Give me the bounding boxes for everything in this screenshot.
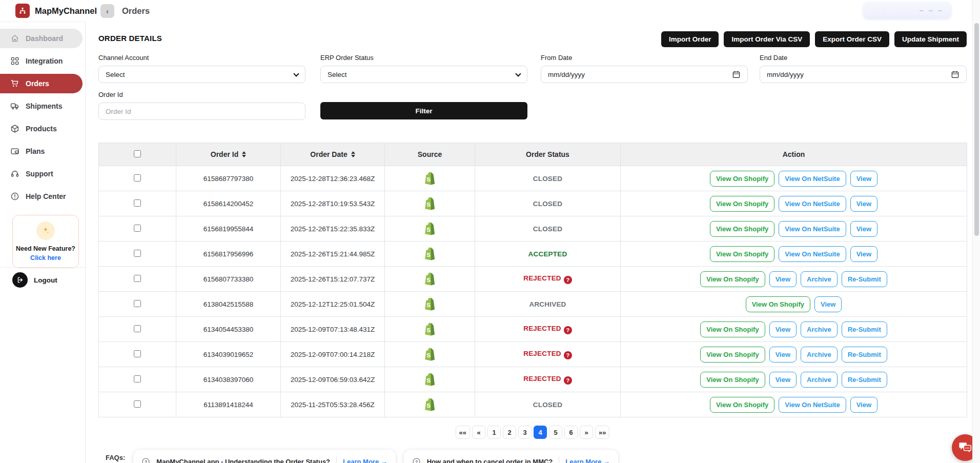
view-on-shopify-button[interactable]: View On Shopify: [700, 271, 765, 287]
update-shipment-button[interactable]: Update Shipment: [894, 31, 967, 47]
filter-button[interactable]: Filter: [320, 102, 527, 119]
learn-more-link[interactable]: Learn More →: [343, 458, 387, 463]
view-button[interactable]: View: [769, 271, 797, 287]
sidebar-item-support[interactable]: Support: [0, 164, 83, 184]
pagination: «««123456»»»: [98, 426, 967, 439]
user-account-widget-blurred[interactable]: [863, 2, 951, 19]
view-button[interactable]: View: [850, 246, 877, 262]
first-page-button[interactable]: ««: [456, 426, 470, 439]
view-on-shopify-button[interactable]: View On Shopify: [710, 246, 774, 262]
view-on-shopify-button[interactable]: View On Shopify: [700, 347, 765, 363]
archive-button[interactable]: Archive: [801, 347, 838, 363]
view-button[interactable]: View: [769, 372, 797, 388]
row-actions: View On ShopifyView On NetSuiteView: [621, 196, 967, 212]
row-checkbox[interactable]: [134, 275, 141, 282]
row-checkbox[interactable]: [134, 225, 141, 232]
calendar-icon[interactable]: [732, 70, 741, 79]
vertical-scrollbar[interactable]: [972, 0, 980, 463]
rejected-help-icon[interactable]: ?: [564, 276, 572, 284]
re-submit-button[interactable]: Re-Submit: [842, 321, 887, 337]
row-checkbox[interactable]: [134, 325, 141, 332]
view-on-netsuite-button[interactable]: View On NetSuite: [779, 171, 846, 187]
re-submit-button[interactable]: Re-Submit: [842, 372, 887, 388]
row-checkbox[interactable]: [134, 250, 141, 257]
view-button[interactable]: View: [769, 347, 797, 363]
last-page-button[interactable]: »»: [595, 426, 609, 439]
view-on-shopify-button[interactable]: View On Shopify: [710, 171, 774, 187]
sort-icon[interactable]: [242, 151, 246, 157]
view-on-netsuite-button[interactable]: View On NetSuite: [779, 246, 846, 262]
view-button[interactable]: View: [850, 397, 877, 413]
order-id-cell: 6134038397060: [176, 367, 281, 392]
rejected-help-icon[interactable]: ?: [564, 326, 572, 334]
channel-account-select[interactable]: Select: [98, 66, 305, 83]
row-checkbox[interactable]: [134, 400, 141, 408]
rejected-help-icon[interactable]: ?: [564, 376, 572, 385]
archive-button[interactable]: Archive: [801, 321, 838, 337]
column-header-order-id[interactable]: Order Id: [176, 143, 281, 166]
column-header-action: Action: [621, 143, 967, 166]
view-button[interactable]: View: [850, 196, 877, 212]
learn-more-link[interactable]: Learn More →: [565, 458, 610, 463]
channel-account-label: Channel Account: [98, 54, 305, 62]
view-on-shopify-button[interactable]: View On Shopify: [700, 372, 765, 388]
row-checkbox[interactable]: [134, 300, 141, 307]
sidebar-item-dashboard[interactable]: Dashboard: [0, 29, 83, 48]
archive-button[interactable]: Archive: [801, 271, 838, 287]
view-on-shopify-button[interactable]: View On Shopify: [710, 221, 774, 237]
row-checkbox[interactable]: [134, 199, 141, 207]
view-on-netsuite-button[interactable]: View On NetSuite: [779, 221, 846, 237]
select-all-checkbox[interactable]: [134, 150, 141, 157]
table-row: 61340390196522025-12-09T07:00:14.218ZSRE…: [99, 342, 967, 367]
prev-page-button[interactable]: «: [472, 426, 485, 439]
calendar-icon[interactable]: [951, 70, 959, 79]
page-1-button[interactable]: 1: [487, 426, 501, 439]
back-button[interactable]: ‹: [100, 4, 114, 18]
row-checkbox[interactable]: [134, 350, 141, 357]
view-on-netsuite-button[interactable]: View On NetSuite: [779, 196, 846, 212]
order-date-cell: 2025-12-26T15:21:44.985Z: [281, 241, 385, 267]
end-date-input[interactable]: mm/dd/yyyy: [760, 66, 967, 83]
view-on-shopify-button[interactable]: View On Shopify: [710, 397, 774, 413]
grid-icon: [10, 56, 19, 66]
sidebar-item-orders[interactable]: Orders: [0, 74, 83, 93]
page-3-button[interactable]: 3: [518, 426, 532, 439]
view-button[interactable]: View: [814, 296, 842, 312]
sidebar-item-plans[interactable]: Plans: [0, 142, 83, 161]
view-on-shopify-button[interactable]: View On Shopify: [700, 321, 765, 337]
page-5-button[interactable]: 5: [549, 426, 562, 439]
column-header-source: Source: [385, 143, 475, 166]
erp-order-status-select[interactable]: Select: [320, 66, 527, 83]
view-on-shopify-button[interactable]: View On Shopify: [746, 296, 810, 312]
scrollbar-thumb[interactable]: [974, 23, 979, 236]
page-4-button[interactable]: 4: [534, 426, 547, 439]
sort-icon[interactable]: [351, 151, 355, 157]
rejected-help-icon[interactable]: ?: [564, 351, 572, 359]
logout-button[interactable]: Logout: [12, 271, 57, 289]
sidebar-item-label: Help Center: [26, 192, 66, 200]
import-order-button[interactable]: Import Order: [661, 31, 719, 47]
view-button[interactable]: View: [769, 321, 797, 337]
re-submit-button[interactable]: Re-Submit: [842, 347, 887, 363]
export-order-csv-button[interactable]: Export Order CSV: [815, 31, 889, 47]
row-checkbox[interactable]: [134, 174, 141, 182]
sidebar-item-shipments[interactable]: Shipments: [0, 96, 83, 116]
from-date-input[interactable]: mm/dd/yyyy: [541, 66, 748, 83]
view-button[interactable]: View: [850, 171, 877, 187]
sidebar-item-products[interactable]: Products: [0, 119, 83, 138]
column-header-order-date[interactable]: Order Date: [281, 143, 385, 166]
view-on-netsuite-button[interactable]: View On NetSuite: [779, 397, 846, 413]
import-order-via-csv-button[interactable]: Import Order Via CSV: [724, 31, 810, 47]
row-checkbox[interactable]: [134, 375, 141, 383]
sidebar-item-help-center[interactable]: Help Center: [0, 187, 83, 206]
next-page-button[interactable]: »: [580, 426, 593, 439]
feature-card-link[interactable]: Click here: [16, 254, 75, 261]
archive-button[interactable]: Archive: [801, 372, 838, 388]
re-submit-button[interactable]: Re-Submit: [842, 271, 887, 287]
page-6-button[interactable]: 6: [564, 426, 578, 439]
view-on-shopify-button[interactable]: View On Shopify: [710, 196, 774, 212]
order-id-input[interactable]: [106, 108, 298, 115]
sidebar-item-integration[interactable]: Integration: [0, 51, 83, 71]
page-2-button[interactable]: 2: [503, 426, 516, 439]
view-button[interactable]: View: [850, 221, 877, 237]
